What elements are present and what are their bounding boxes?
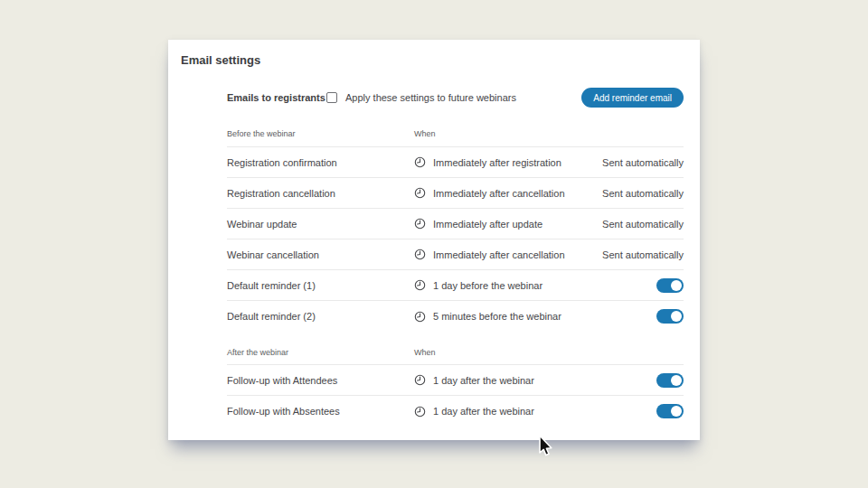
clock-icon <box>414 249 426 260</box>
table-row-follow-up-attendees: Follow-up with Attendees 1 day after the… <box>227 365 684 396</box>
email-name: Webinar update <box>227 219 414 230</box>
toolbar: Emails to registrants Apply these settin… <box>227 88 684 108</box>
page-title: Email settings <box>181 53 260 67</box>
apply-settings-checkbox[interactable] <box>326 92 337 103</box>
clock-icon <box>414 406 426 418</box>
email-when: 5 minutes before the webinar <box>433 311 561 322</box>
email-settings-table: Before the webinar When Registration con… <box>227 121 684 427</box>
status-sent-automatically: Sent automatically <box>602 219 684 230</box>
table-row-webinar-update: Webinar update Immediately after update … <box>227 209 684 239</box>
email-when: Immediately after registration <box>433 157 561 168</box>
table-row-registration-cancellation: Registration cancellation Immediately af… <box>227 178 684 209</box>
table-row-webinar-cancellation: Webinar cancellation Immediately after c… <box>227 239 684 270</box>
status-sent-automatically: Sent automatically <box>602 157 684 168</box>
default-reminder-1-toggle[interactable] <box>656 278 684 293</box>
table-row-registration-confirmation: Registration confirmation Immediately af… <box>227 147 684 178</box>
email-name: Default reminder (1) <box>227 280 414 291</box>
email-when: 1 day after the webinar <box>433 406 534 417</box>
email-name: Follow-up with Absentees <box>227 406 414 417</box>
email-name: Follow-up with Attendees <box>227 375 414 386</box>
email-when: 1 day after the webinar <box>433 375 534 386</box>
email-when: Immediately after cancellation <box>433 188 565 199</box>
column-header-row-before-webinar: Before the webinar When <box>227 121 684 147</box>
add-reminder-email-button[interactable]: Add reminder email <box>581 88 684 108</box>
apply-settings-checkbox-label[interactable]: Apply these settings to future webinars <box>345 92 516 103</box>
clock-icon <box>414 311 426 323</box>
status-sent-automatically: Sent automatically <box>602 188 684 199</box>
email-name: Default reminder (2) <box>227 311 414 322</box>
column-header-when: When <box>414 129 684 138</box>
status-sent-automatically: Sent automatically <box>602 249 684 260</box>
email-settings-panel: Email settings Emails to registrants App… <box>168 40 700 440</box>
clock-icon <box>414 156 426 168</box>
table-row-default-reminder-2: Default reminder (2) 5 minutes before th… <box>227 301 684 332</box>
column-header-after-the-webinar: After the webinar <box>227 348 414 357</box>
column-header-row-after-webinar: After the webinar When <box>227 332 684 365</box>
clock-icon <box>414 374 426 386</box>
clock-icon <box>414 187 426 199</box>
table-row-default-reminder-1: Default reminder (1) 1 day before the we… <box>227 270 684 301</box>
email-when: Immediately after cancellation <box>433 249 565 260</box>
default-reminder-2-toggle[interactable] <box>656 309 684 324</box>
email-name: Webinar cancellation <box>227 249 414 260</box>
email-when: 1 day before the webinar <box>433 280 542 291</box>
follow-up-attendees-toggle[interactable] <box>656 373 684 388</box>
column-header-when: When <box>414 348 684 357</box>
email-name: Registration confirmation <box>227 157 414 168</box>
clock-icon <box>414 279 426 291</box>
table-row-follow-up-absentees: Follow-up with Absentees 1 day after the… <box>227 396 684 427</box>
follow-up-absentees-toggle[interactable] <box>656 404 684 418</box>
email-when: Immediately after update <box>433 219 542 230</box>
column-header-before-the-webinar: Before the webinar <box>227 129 414 138</box>
clock-icon <box>414 218 426 230</box>
email-name: Registration cancellation <box>227 188 414 199</box>
section-label-emails-to-registrants: Emails to registrants <box>227 92 326 103</box>
